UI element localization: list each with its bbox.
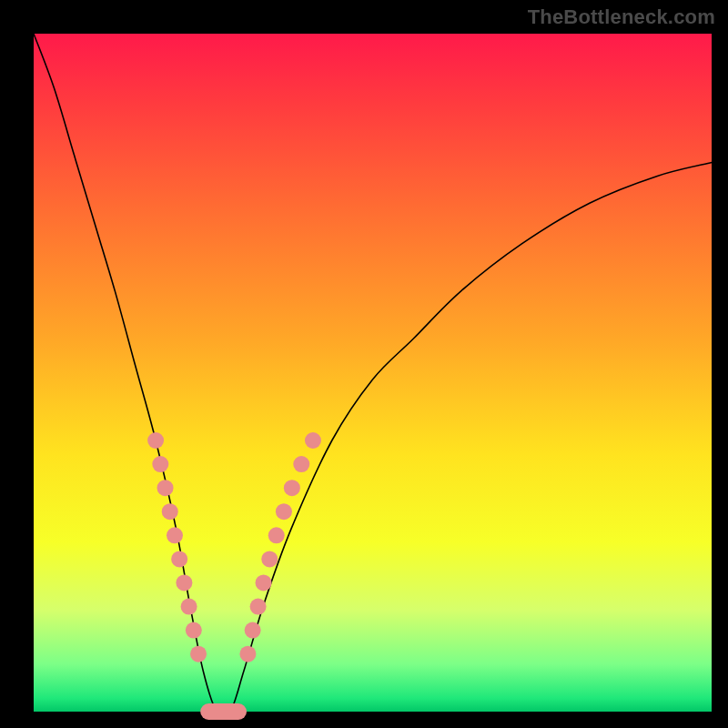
marker-dot [186, 622, 202, 639]
marker-dot [276, 503, 292, 520]
marker-dot [176, 574, 192, 591]
marker-dot [171, 551, 187, 567]
marker-dot [305, 432, 321, 449]
marker-dot [181, 599, 197, 615]
marker-dot [190, 646, 207, 662]
marker-group [147, 432, 321, 662]
marker-dot [261, 551, 278, 567]
curve-layer [34, 34, 712, 712]
marker-dot [284, 480, 300, 496]
marker-dot [268, 527, 285, 543]
marker-dot [162, 503, 178, 520]
bottleneck-curve [34, 34, 712, 717]
marker-dot [167, 527, 183, 543]
chart-frame: TheBottleneck.com [0, 0, 728, 728]
marker-dot [147, 432, 164, 449]
marker-dot [293, 456, 309, 472]
marker-dot [152, 456, 168, 472]
marker-dot [245, 622, 261, 639]
plot-area [34, 34, 712, 712]
marker-dot [239, 646, 256, 662]
marker-dot [250, 599, 267, 615]
marker-dot [157, 480, 174, 496]
marker-dot [256, 574, 272, 591]
attribution-label: TheBottleneck.com [528, 5, 715, 29]
